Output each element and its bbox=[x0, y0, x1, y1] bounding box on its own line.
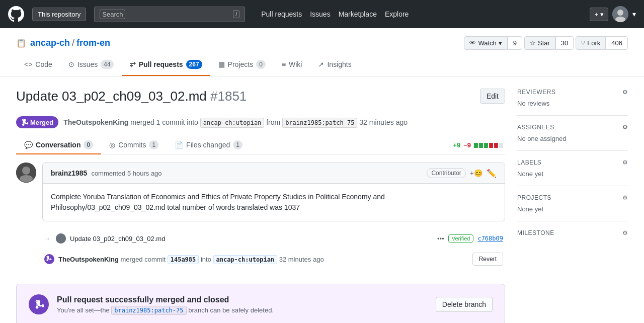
projects-gear-icon[interactable]: ⚙ bbox=[622, 194, 628, 201]
edit-button[interactable]: Edit bbox=[480, 89, 505, 104]
tab-projects[interactable]: ▦ Projects 0 bbox=[210, 56, 274, 76]
tab-projects-label: Projects bbox=[228, 60, 254, 68]
reviewers-value: No reviews bbox=[517, 100, 628, 107]
pr-title-text: Update 03_p02_ch09_03_02.md bbox=[16, 89, 207, 104]
tab-wiki[interactable]: ≡ Wiki bbox=[274, 56, 310, 76]
comment-header: brainz1985 commented 5 hours ago Contrib… bbox=[43, 163, 505, 184]
milestone-gear-icon[interactable]: ⚙ bbox=[622, 229, 628, 236]
projects-icon: ▦ bbox=[218, 60, 225, 68]
merged-banner-left: Pull request successfully merged and clo… bbox=[29, 294, 274, 314]
star-count[interactable]: 30 bbox=[555, 36, 574, 50]
projects-count: 0 bbox=[256, 60, 266, 69]
merge-icon bbox=[21, 118, 28, 126]
code-icon: <> bbox=[24, 60, 32, 68]
chevron-down-icon: ▾ bbox=[600, 11, 604, 18]
diff-bar-3 bbox=[484, 143, 488, 148]
merged-banner-text: Pull request successfully merged and clo… bbox=[57, 295, 274, 314]
labels-gear-icon[interactable]: ⚙ bbox=[622, 159, 628, 166]
merged-row-description: TheOutspokenKing merged commit 145a985 i… bbox=[58, 256, 468, 263]
merge-actor-avatar bbox=[44, 254, 54, 264]
files-count: 1 bbox=[233, 140, 243, 149]
repo-owner-link[interactable]: ancap-ch bbox=[30, 38, 70, 48]
watch-count[interactable]: 9 bbox=[508, 36, 522, 50]
user-avatar[interactable] bbox=[612, 6, 628, 22]
nav-explore[interactable]: Explore bbox=[385, 10, 409, 18]
watch-button[interactable]: 👁 Watch ▾ bbox=[464, 36, 507, 50]
merged-target-branch[interactable]: ancap-ch:utopian bbox=[213, 256, 278, 263]
tab-commits[interactable]: ◎ Commits 1 bbox=[101, 136, 167, 154]
add-reaction-button[interactable]: +😊 bbox=[470, 169, 482, 177]
assignees-value: No one assigned bbox=[517, 135, 628, 142]
nav-pull-requests[interactable]: Pull requests bbox=[261, 10, 302, 18]
svg-point-4 bbox=[22, 167, 30, 175]
main-navigation: Pull requests Issues Marketplace Explore bbox=[261, 10, 409, 18]
watch-label: Watch bbox=[478, 39, 496, 47]
diff-bar-6 bbox=[499, 143, 503, 148]
tab-code[interactable]: <> Code bbox=[16, 56, 60, 76]
pr-head-branch[interactable]: brainz1985:patch-75 bbox=[282, 118, 357, 128]
avatar-chevron[interactable]: ▾ bbox=[632, 10, 636, 18]
projects-value: None yet bbox=[517, 205, 628, 213]
labels-value: None yet bbox=[517, 170, 628, 178]
merged-banner-description: You're all set—the brainz1985:patch-75 b… bbox=[57, 306, 274, 314]
merge-actor-link[interactable]: TheOutspokenKing bbox=[58, 256, 119, 263]
star-icon: ☆ bbox=[530, 39, 536, 47]
fork-icon: ⑂ bbox=[581, 39, 585, 47]
tab-wiki-label: Wiki bbox=[289, 60, 302, 68]
commits-count: 1 bbox=[149, 140, 158, 149]
pr-tabs: 💬 Conversation 0 ◎ Commits 1 📄 Files cha… bbox=[16, 136, 505, 154]
tab-files-changed[interactable]: 📄 Files changed 1 bbox=[167, 136, 251, 154]
nav-marketplace[interactable]: Marketplace bbox=[339, 10, 377, 18]
comment-author-name[interactable]: brainz1985 bbox=[51, 169, 87, 177]
commits-icon: ◎ bbox=[109, 141, 115, 149]
pr-count: 267 bbox=[186, 60, 202, 69]
delete-branch-button[interactable]: Delete branch bbox=[436, 297, 493, 312]
pr-meta-description: TheOutspokenKing merged 1 commit into an… bbox=[63, 118, 408, 126]
revert-button[interactable]: Revert bbox=[472, 253, 503, 266]
repo-selector[interactable]: This repository bbox=[32, 8, 86, 21]
tab-pull-requests[interactable]: ⥂ Pull requests 267 bbox=[122, 56, 210, 76]
merged-commit-link[interactable]: 145a985 bbox=[168, 256, 199, 263]
star-label: Star bbox=[538, 39, 550, 47]
commit-more-button[interactable]: ••• bbox=[437, 235, 444, 243]
commit-author-avatar bbox=[56, 233, 66, 244]
merged-banner-title: Pull request successfully merged and clo… bbox=[57, 295, 274, 304]
tab-pr-label: Pull requests bbox=[139, 60, 183, 68]
tab-issues-label: Issues bbox=[77, 60, 98, 68]
search-placeholder-text: Search bbox=[100, 10, 125, 19]
diff-bar-1 bbox=[474, 143, 478, 148]
pr-action-text: merged 1 commit into bbox=[130, 118, 200, 126]
new-item-button[interactable]: + ▾ bbox=[590, 8, 608, 21]
tab-issues[interactable]: ⊙ Issues 44 bbox=[60, 56, 122, 76]
assignees-gear-icon[interactable]: ⚙ bbox=[622, 124, 628, 131]
search-bar[interactable]: Search / bbox=[94, 7, 245, 22]
diff-deletions: −9 bbox=[463, 141, 471, 149]
files-label: Files changed bbox=[186, 141, 230, 149]
github-logo-icon[interactable] bbox=[8, 6, 24, 22]
wiki-icon: ≡ bbox=[282, 60, 286, 68]
reviewers-gear-icon[interactable]: ⚙ bbox=[622, 89, 628, 96]
comment-timestamp: commented 5 hours ago bbox=[91, 170, 162, 177]
pr-icon: ⥂ bbox=[130, 60, 136, 68]
diff-bar-chart bbox=[474, 143, 503, 148]
fork-button[interactable]: ⑂ Fork bbox=[576, 36, 606, 50]
header-actions: + ▾ ▾ bbox=[590, 6, 636, 22]
comment-menu-icon[interactable]: ✏️ bbox=[487, 169, 497, 178]
commit-hash-link[interactable]: c768b09 bbox=[477, 235, 503, 242]
nav-issues[interactable]: Issues bbox=[310, 10, 330, 18]
projects-section: Projects ⚙ None yet bbox=[517, 194, 628, 221]
fork-count[interactable]: 406 bbox=[606, 36, 628, 50]
merged-banner-branch-link[interactable]: brainz1985:patch-75 bbox=[111, 306, 186, 315]
merged-row-time: 32 minutes ago bbox=[279, 256, 324, 263]
tab-insights[interactable]: ↗ Insights bbox=[310, 56, 359, 76]
conversation-icon: 💬 bbox=[24, 141, 33, 149]
pr-author-link[interactable]: TheOutspokenKing bbox=[63, 118, 128, 126]
pr-base-branch[interactable]: ancap-ch:utopian bbox=[200, 118, 265, 128]
comment-body: Complete Yoruba Translation of Economics… bbox=[43, 184, 505, 221]
repo-tabs: <> Code ⊙ Issues 44 ⥂ Pull requests 267 … bbox=[16, 56, 628, 76]
star-button[interactable]: ☆ Star bbox=[524, 36, 555, 50]
repo-name-link[interactable]: from-en bbox=[76, 38, 110, 48]
tab-conversation[interactable]: 💬 Conversation 0 bbox=[16, 136, 101, 154]
tab-insights-label: Insights bbox=[327, 60, 351, 68]
labels-title: Labels ⚙ bbox=[517, 159, 628, 166]
